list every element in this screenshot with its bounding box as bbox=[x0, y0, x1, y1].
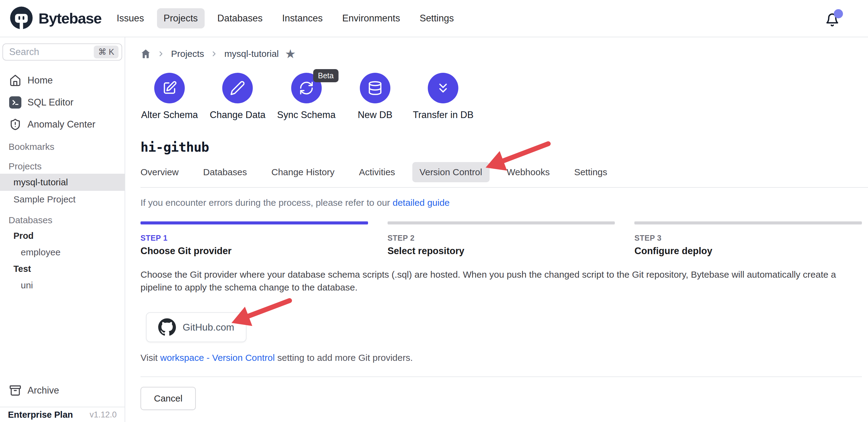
action-label: Transfer in DB bbox=[413, 110, 474, 120]
notification-button[interactable] bbox=[825, 10, 840, 26]
step-1-progress-bar bbox=[141, 221, 368, 224]
detailed-guide-link[interactable]: detailed guide bbox=[393, 198, 450, 208]
new-db-button[interactable]: New DB bbox=[358, 73, 393, 120]
breadcrumb-projects[interactable]: Projects bbox=[171, 49, 204, 59]
sidebar-item-home[interactable]: Home bbox=[0, 70, 125, 90]
breadcrumb: Projects mysql-tutorial ★ bbox=[141, 48, 862, 60]
bytebase-app: Bytebase Issues Projects Databases Insta… bbox=[0, 0, 868, 422]
action-label: New DB bbox=[358, 110, 393, 120]
change-data-button[interactable]: Change Data bbox=[210, 73, 266, 120]
star-icon[interactable]: ★ bbox=[285, 48, 296, 60]
transfer-in-db-button[interactable]: Transfer in DB bbox=[413, 73, 474, 120]
sidebar-footer: Enterprise Plan v1.12.0 bbox=[0, 407, 125, 422]
terminal-icon bbox=[9, 96, 21, 109]
action-label: Sync Schema bbox=[277, 110, 335, 120]
bytebase-logo[interactable]: Bytebase bbox=[9, 6, 101, 31]
sync-schema-button[interactable]: Beta Sync Schema bbox=[277, 73, 335, 120]
sidebar-project-mysql-tutorial[interactable]: mysql-tutorial bbox=[0, 174, 125, 191]
step-1-label: STEP 1 bbox=[141, 234, 368, 243]
project-tabs-wrap: Overview Databases Change History Activi… bbox=[141, 162, 868, 188]
edit-square-icon bbox=[162, 80, 177, 96]
chevron-right-icon bbox=[157, 50, 165, 58]
nav-settings[interactable]: Settings bbox=[413, 8, 461, 28]
workspace-version-control-link[interactable]: workspace - Version Control bbox=[160, 353, 275, 363]
sidebar-item-label: Home bbox=[28, 75, 53, 86]
notification-dot bbox=[834, 9, 843, 18]
step-3-progress-bar bbox=[634, 221, 862, 224]
plan-label: Enterprise Plan bbox=[8, 410, 73, 420]
sidebar-menu: Home SQL Editor Anomaly Center Bookmarks… bbox=[0, 70, 125, 293]
nav-issues[interactable]: Issues bbox=[110, 8, 151, 28]
nav-databases[interactable]: Databases bbox=[211, 8, 269, 28]
version-label: v1.12.0 bbox=[90, 410, 117, 420]
sidebar-item-archive[interactable]: Archive bbox=[0, 381, 125, 401]
step-3-title: Configure deploy bbox=[634, 246, 862, 257]
nav-instances[interactable]: Instances bbox=[276, 8, 330, 28]
breadcrumb-current-project[interactable]: mysql-tutorial bbox=[224, 49, 279, 59]
step-2: STEP 2 Select repository bbox=[388, 221, 615, 257]
sidebar-db-employee[interactable]: employee bbox=[0, 244, 125, 260]
tab-databases[interactable]: Databases bbox=[196, 162, 254, 182]
provider-label: GitHub.com bbox=[183, 322, 234, 333]
sidebar-project-sample-project[interactable]: Sample Project bbox=[0, 191, 125, 208]
sync-icon bbox=[299, 80, 314, 96]
git-provider-row: GitHub.com bbox=[141, 312, 862, 342]
sidebar-item-sql-editor[interactable]: SQL Editor bbox=[0, 92, 125, 113]
step-3: STEP 3 Configure deploy bbox=[634, 221, 862, 257]
tab-activities[interactable]: Activities bbox=[351, 162, 402, 182]
chevrons-down-icon bbox=[436, 80, 451, 96]
cancel-button[interactable]: Cancel bbox=[141, 387, 196, 410]
project-tabs: Overview Databases Change History Activi… bbox=[133, 162, 868, 182]
sidebar-db-uni[interactable]: uni bbox=[0, 277, 125, 293]
nav-projects[interactable]: Projects bbox=[157, 8, 205, 28]
sidebar-item-label: Anomaly Center bbox=[28, 119, 95, 130]
main-content: Projects mysql-tutorial ★ Alter Schema bbox=[125, 37, 868, 422]
sidebar-section-projects: Projects bbox=[0, 159, 125, 174]
breadcrumb-home-button[interactable] bbox=[141, 49, 151, 59]
bytebase-logo-icon bbox=[9, 6, 34, 31]
sidebar-item-label: Archive bbox=[28, 385, 59, 396]
search-input[interactable] bbox=[9, 47, 94, 57]
tab-overview[interactable]: Overview bbox=[133, 162, 186, 182]
home-icon bbox=[9, 74, 21, 87]
error-notice: If you encounter errors during the proce… bbox=[141, 198, 862, 208]
tab-version-control[interactable]: Version Control bbox=[412, 162, 490, 182]
sidebar-env-prod: Prod bbox=[0, 227, 125, 244]
tab-settings[interactable]: Settings bbox=[567, 162, 615, 182]
sidebar-env-test: Test bbox=[0, 260, 125, 277]
visit-line: Visit workspace - Version Control settin… bbox=[141, 353, 862, 363]
github-provider-button[interactable]: GitHub.com bbox=[146, 312, 246, 342]
search-shortcut: ⌘ K bbox=[94, 46, 119, 58]
beta-badge: Beta bbox=[313, 69, 338, 82]
shield-alert-icon bbox=[9, 118, 21, 131]
visit-suffix: setting to add more Git providers. bbox=[275, 353, 413, 363]
chevron-right-icon bbox=[210, 50, 218, 58]
step-1-title: Choose Git provider bbox=[141, 246, 368, 257]
step-2-label: STEP 2 bbox=[388, 234, 615, 243]
pencil-icon bbox=[230, 80, 245, 96]
database-icon bbox=[367, 80, 383, 96]
step-2-title: Select repository bbox=[388, 246, 615, 257]
search-box[interactable]: ⌘ K bbox=[2, 44, 122, 60]
project-title: hi-github bbox=[141, 139, 862, 155]
top-header: Bytebase Issues Projects Databases Insta… bbox=[0, 0, 868, 37]
step-description: Choose the Git provider where your datab… bbox=[141, 268, 854, 294]
archive-icon bbox=[9, 384, 21, 397]
action-label: Alter Schema bbox=[141, 110, 198, 120]
sidebar-item-anomaly-center[interactable]: Anomaly Center bbox=[0, 114, 125, 135]
alter-schema-button[interactable]: Alter Schema bbox=[141, 73, 198, 120]
nav-environments[interactable]: Environments bbox=[335, 8, 407, 28]
notice-text: If you encounter errors during the proce… bbox=[141, 198, 393, 208]
step-1: STEP 1 Choose Git provider bbox=[141, 221, 368, 257]
github-icon bbox=[158, 318, 176, 336]
sidebar-item-label: SQL Editor bbox=[28, 97, 73, 108]
sidebar: ⌘ K Home SQL Editor bbox=[0, 37, 125, 422]
step-3-label: STEP 3 bbox=[634, 234, 862, 243]
action-label: Change Data bbox=[210, 110, 266, 120]
sidebar-section-databases: Databases bbox=[0, 213, 125, 227]
tab-change-history[interactable]: Change History bbox=[264, 162, 342, 182]
top-nav: Issues Projects Databases Instances Envi… bbox=[110, 8, 461, 28]
tab-webhooks[interactable]: Webhooks bbox=[499, 162, 557, 182]
sidebar-section-bookmarks: Bookmarks bbox=[0, 139, 125, 154]
step-2-progress-bar bbox=[388, 221, 615, 224]
